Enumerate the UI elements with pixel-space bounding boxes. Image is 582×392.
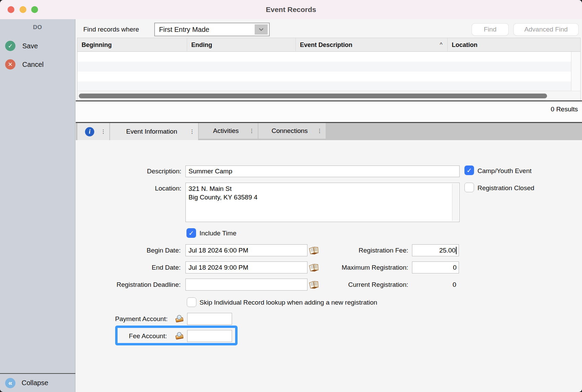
- collapse-chevrons-icon: [5, 378, 15, 388]
- find-field-dropdown[interactable]: First Entry Made: [154, 23, 270, 36]
- registration-closed-label: Registration Closed: [477, 183, 534, 194]
- text-cursor: [456, 247, 457, 254]
- table-row[interactable]: [77, 82, 571, 91]
- registration-deadline-calendar-icon[interactable]: [309, 280, 319, 291]
- save-button[interactable]: Save: [5, 41, 38, 51]
- registration-fee-input[interactable]: 25.00: [412, 244, 459, 256]
- column-header-ending[interactable]: Ending: [187, 38, 296, 52]
- main-area: Find records where First Entry Made Find…: [76, 19, 582, 392]
- tab-menu-dots-icon[interactable]: [101, 129, 106, 134]
- registration-fee-label: Registration Fee:: [340, 244, 408, 256]
- sort-ascending-icon: ^: [440, 38, 442, 52]
- description-input[interactable]: [185, 166, 460, 177]
- table-row[interactable]: [77, 52, 571, 62]
- include-time-checkbox[interactable]: [186, 228, 196, 238]
- results-band: 0 Results: [76, 101, 582, 122]
- tab-connections[interactable]: Connections: [258, 123, 326, 139]
- header-scroll-corner: [571, 38, 580, 52]
- find-field-dropdown-value: First Entry Made: [155, 26, 255, 34]
- registration-deadline-input[interactable]: [185, 279, 307, 291]
- window-title: Event Records: [0, 0, 582, 19]
- vertical-scrollbar[interactable]: [571, 52, 580, 91]
- titlebar: Event Records: [0, 0, 582, 19]
- end-date-calendar-icon[interactable]: [309, 263, 319, 273]
- end-date-input[interactable]: [185, 261, 307, 273]
- tab-menu-dots-icon[interactable]: [190, 129, 195, 134]
- column-header-beginning[interactable]: Beginning: [77, 38, 187, 52]
- description-label: Description:: [110, 166, 181, 177]
- column-header-event-description[interactable]: Event Description ^: [296, 38, 448, 52]
- collapse-label: Collapse: [22, 379, 48, 387]
- find-button[interactable]: Find: [472, 23, 509, 36]
- location-label: Location:: [110, 183, 181, 194]
- location-textarea[interactable]: 321 N. Main St Big County, KY 63589 4: [185, 183, 460, 222]
- camp-youth-event-checkbox[interactable]: [464, 166, 474, 175]
- sidebar: DO Save Cancel Collapse: [0, 19, 75, 392]
- fee-account-input[interactable]: [187, 330, 232, 342]
- horizontal-scrollbar[interactable]: [77, 91, 580, 100]
- payment-account-input[interactable]: [187, 313, 232, 325]
- tab-menu-dots-icon[interactable]: [317, 128, 322, 133]
- end-date-label: End Date:: [110, 261, 181, 273]
- payment-account-lookup-icon[interactable]: [174, 314, 185, 325]
- save-label: Save: [22, 42, 38, 50]
- skip-lookup-label: Skip Individual Record lookup when addin…: [199, 297, 377, 307]
- maximum-registration-input[interactable]: 0: [412, 261, 459, 273]
- tab-activities[interactable]: Activities: [199, 123, 258, 139]
- current-registration-label: Current Registration:: [333, 279, 408, 291]
- cancel-label: Cancel: [22, 61, 44, 69]
- table-row[interactable]: [77, 72, 571, 82]
- info-icon: [85, 127, 94, 136]
- begin-date-label: Begin Date:: [110, 244, 181, 256]
- results-table: Beginning Ending Event Description ^ Loc…: [77, 38, 581, 100]
- begin-date-input[interactable]: [185, 244, 307, 256]
- results-table-header: Beginning Ending Event Description ^ Loc…: [77, 38, 580, 52]
- event-records-window: Event Records DO Save Cancel Collapse Fi…: [0, 0, 582, 392]
- fee-account-label: Fee Account:: [110, 330, 167, 342]
- skip-lookup-checkbox[interactable]: [187, 297, 196, 307]
- results-count: 0 Results: [551, 106, 578, 113]
- table-row[interactable]: [77, 62, 571, 72]
- find-records-where-label: Find records where: [83, 25, 139, 34]
- sidebar-header: DO: [0, 24, 75, 31]
- tab-menu-dots-icon[interactable]: [249, 128, 254, 133]
- chevron-down-icon[interactable]: [255, 24, 268, 35]
- tab-event-information[interactable]: Event Information: [110, 123, 198, 140]
- cancel-button[interactable]: Cancel: [5, 59, 44, 70]
- begin-date-calendar-icon[interactable]: [309, 246, 319, 256]
- registration-deadline-label: Registration Deadline:: [96, 279, 181, 291]
- current-registration-value: 0: [412, 279, 456, 291]
- camp-youth-event-label: Camp/Youth Event: [477, 166, 532, 176]
- advanced-find-button[interactable]: Advanced Find: [513, 23, 579, 36]
- tab-info[interactable]: [77, 123, 109, 140]
- tab-strip: Event Information Activities Connections: [76, 122, 582, 140]
- include-time-label: Include Time: [199, 228, 237, 238]
- cancel-x-icon: [5, 59, 15, 70]
- collapse-button[interactable]: Collapse: [0, 373, 75, 392]
- save-check-icon: [5, 41, 15, 51]
- maximum-registration-label: Maximum Registration:: [333, 261, 408, 273]
- fee-account-lookup-icon[interactable]: [174, 331, 185, 342]
- payment-account-label: Payment Account:: [96, 313, 168, 325]
- column-header-location[interactable]: Location: [448, 38, 571, 52]
- registration-closed-checkbox[interactable]: [464, 183, 474, 192]
- horizontal-scrollbar-thumb[interactable]: [79, 94, 547, 98]
- location-scrollbar[interactable]: [452, 184, 459, 221]
